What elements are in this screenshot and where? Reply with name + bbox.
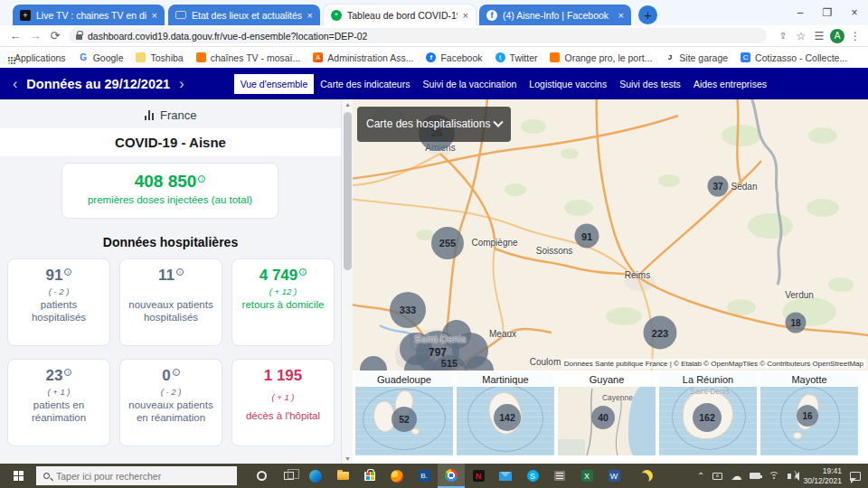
new-tab-button[interactable]: + [638,5,657,24]
nav-vue-densemble[interactable]: Vue d'ensemble [234,74,315,94]
stat-card-deaths[interactable]: 1 195 ( + 1 ) décès à l'hôpital [231,359,335,446]
bookmark-twitter[interactable]: tTwitter [495,52,538,63]
bookmark-orange-pro[interactable]: Orange pro, le port... [550,52,652,63]
map-mayotte[interactable]: Mayotte 16 [760,372,858,455]
close-tab-icon[interactable]: × [152,10,157,21]
edge-button[interactable] [302,464,329,488]
chrome-button[interactable] [438,464,465,488]
taskbar-clock[interactable]: 19:41 30/12/2021 [803,466,842,485]
bookmark-cotizasso[interactable]: CCotizasso - Collecte... [741,52,847,63]
excel-button[interactable]: X [573,464,600,488]
bookmark-toshiba[interactable]: Toshiba [136,52,183,63]
tab-etat-des-lieux[interactable]: Etat des lieux et actualités - Mini × [168,5,320,25]
scroll-up-icon[interactable]: ▲ [342,101,353,108]
info-icon [299,268,307,276]
tab-live-tv[interactable]: + Live TV : chaines TV en direct live × [13,5,165,25]
overseas-bubble[interactable]: 142 [494,404,521,431]
bing-button[interactable]: B. [410,464,438,488]
nav-logistique-vaccins[interactable]: Logistique vaccins [523,74,613,94]
scrollbar-thumb[interactable] [344,112,352,270]
notification-center-icon[interactable] [850,472,861,481]
bookmark-star-icon[interactable]: ☆ [792,30,810,42]
skype-button[interactable]: S [519,464,546,488]
nav-aides-entreprises[interactable]: Aides entreprises [687,74,773,94]
map-martinique[interactable]: Martinique 142 [457,372,554,455]
map-bubble-37[interactable]: 37 [708,176,729,197]
wireless-display-icon[interactable] [712,473,722,480]
news-button[interactable] [546,464,573,488]
tab-facebook[interactable]: f (4) Aisne-Info | Facebook × [479,5,631,25]
map-bubble-255[interactable]: 255 [431,227,464,259]
close-window-button[interactable]: × [841,0,868,25]
mail-button[interactable] [492,464,519,488]
task-view-button[interactable] [275,464,302,488]
stat-card-icu[interactable]: 23 ( + 1 ) patients en réanimation [7,359,110,446]
region-selector[interactable]: France [0,101,341,128]
stat-card-hospitalized[interactable]: 91 ( - 2 ) patients hospitalisés [7,258,110,346]
bookmark-administration[interactable]: AAdministration Ass... [313,52,413,63]
address-bar[interactable]: dashboard.covid19.data.gouv.fr/vue-d-ens… [69,28,767,43]
overseas-bubble[interactable]: 40 [591,406,615,429]
map-layer-dropdown[interactable]: Carte des hospitalisations [357,107,511,142]
overseas-bubble[interactable]: 162 [693,403,722,432]
hospitalisations-map[interactable]: 26 255 91 37 333 797 515 223 18 Amiens C… [353,99,868,371]
hidden-icons-chevron[interactable]: ⌃ [697,471,704,481]
map-la-reunion[interactable]: La Réunion Saint-Denis 162 [659,372,757,455]
nav-carte-indicateurs[interactable]: Carte des indicateurs [314,74,416,94]
battery-icon[interactable] [750,473,760,479]
city-label-compiegne: Compiègne [471,238,517,248]
panel-scrollbar[interactable]: ▲ ▼ [341,99,353,464]
profile-avatar[interactable]: A [830,29,844,43]
restore-button[interactable]: ❐ [814,0,841,25]
toshiba-icon [136,52,146,62]
speaker-icon[interactable] [788,474,791,479]
previous-day-chevron[interactable]: ‹ [13,76,17,92]
close-tab-icon[interactable]: × [463,10,468,21]
map-bubble-18[interactable]: 18 [786,313,807,333]
reload-button[interactable]: ⟳ [45,29,65,42]
stat-card-new-hospitalized[interactable]: 11 nouveaux patients hospitalisés [119,258,222,346]
map-guadeloupe[interactable]: Guadeloupe 52 [355,372,453,455]
word-button[interactable]: W [600,464,627,488]
stat-label: retours à domicile [232,298,334,311]
store-button[interactable] [356,464,383,488]
stat-card-returned-home[interactable]: 4 749 ( + 12 ) retours à domicile [231,258,335,346]
close-tab-icon[interactable]: × [307,10,313,21]
back-button[interactable]: ← [5,29,25,42]
taskbar-search[interactable] [36,466,237,485]
bookmark-site-garage[interactable]: JSite garage [665,52,728,63]
minimize-button[interactable]: – [787,0,814,25]
onedrive-cloud-icon[interactable]: ☁ [731,470,741,483]
menu-kebab-icon[interactable]: ⋮ [846,30,864,42]
firefox-button[interactable] [383,464,410,488]
nav-suivi-tests[interactable]: Suivi des tests [613,74,687,94]
vaccination-card[interactable]: 408 850 premières doses injectées (au to… [61,163,278,219]
share-icon[interactable]: ⇪ [774,31,792,41]
map-bubble-333[interactable]: 333 [390,292,426,328]
cortana-button[interactable] [248,464,275,488]
map-bubble-223[interactable]: 223 [644,316,677,350]
file-explorer-button[interactable] [329,464,356,488]
wifi-icon[interactable] [769,472,779,480]
map-bubble-91[interactable]: 91 [575,224,599,249]
start-button[interactable] [0,464,36,488]
netflix-button[interactable]: N [465,464,492,488]
bookmark-google[interactable]: GGoogle [79,52,124,63]
nav-suivi-vaccination[interactable]: Suivi de la vaccination [416,74,523,94]
stat-card-new-icu[interactable]: 0 ( - 2 ) nouveaux patients en réanimati… [119,359,222,446]
bookmark-chaines-tv[interactable]: chaînes TV - mosaï... [196,52,301,63]
tab-covid-dashboard[interactable]: * Tableau de bord COVID-19 Suivi × [324,5,476,25]
close-tab-icon[interactable]: × [618,10,624,21]
map-guyane[interactable]: Guyane Cayenne 40 [558,372,656,455]
page-title: COVID-19 - Aisne [0,128,341,156]
reading-list-icon[interactable]: ☰ [810,30,828,42]
bookmark-applications[interactable]: Applications [7,52,66,63]
night-light-button[interactable] [633,464,660,488]
search-input[interactable] [56,471,210,482]
scroll-down-icon[interactable]: ▼ [342,455,353,462]
overseas-bubble[interactable]: 16 [797,405,818,427]
overseas-bubble[interactable]: 52 [392,407,417,432]
forward-button[interactable]: → [25,29,45,42]
next-day-chevron[interactable]: › [179,76,184,92]
bookmark-facebook[interactable]: fFacebook [426,52,482,63]
